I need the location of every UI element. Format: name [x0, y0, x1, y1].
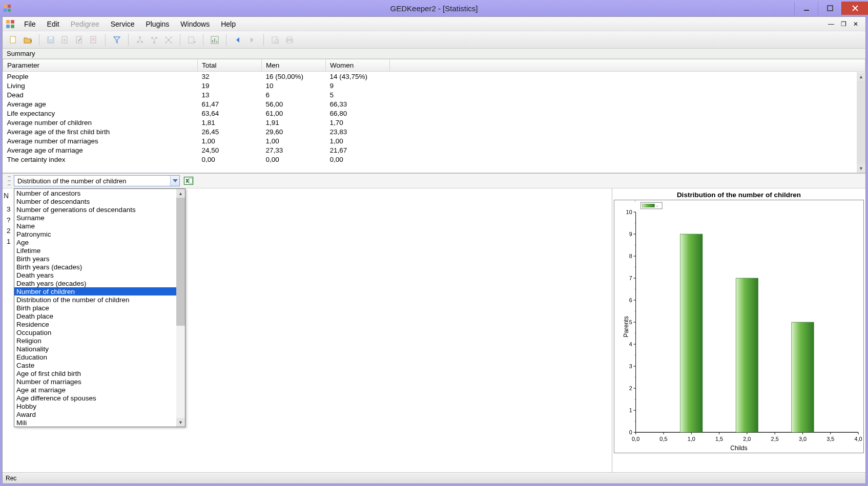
scroll-up-icon[interactable]: ▲: [857, 72, 865, 81]
summary-table-wrap: Parameter Total Men Women People3216 (50…: [3, 59, 865, 173]
menu-help[interactable]: Help: [216, 18, 241, 30]
scroll-thumb[interactable]: [176, 198, 185, 326]
table-row[interactable]: Dead1365: [3, 90, 865, 99]
edit-record-button[interactable]: [73, 33, 86, 47]
dropdown-option[interactable]: Age of first child birth: [14, 369, 185, 377]
dropdown-option[interactable]: Death years: [14, 271, 185, 279]
col-total[interactable]: Total: [198, 59, 262, 72]
dropdown-option[interactable]: Number of generations of descendants: [14, 205, 185, 214]
print-button[interactable]: [283, 33, 296, 47]
menu-service[interactable]: Service: [106, 18, 140, 30]
open-file-button[interactable]: [21, 33, 34, 47]
table-row[interactable]: Average age of the first child birth26,4…: [3, 127, 865, 136]
col-men[interactable]: Men: [262, 59, 326, 72]
svg-rect-107: [643, 204, 655, 207]
pedigree-dropdown-button[interactable]: [185, 33, 198, 47]
nav-back-button[interactable]: [231, 33, 244, 47]
svg-marker-37: [194, 41, 196, 43]
table-row[interactable]: Average age of marriage24,5027,3321,67: [3, 145, 865, 155]
dropdown-option[interactable]: Education: [14, 353, 185, 361]
svg-rect-1: [8, 5, 11, 8]
dropdown-option[interactable]: Mili: [14, 418, 185, 427]
dropdown-option[interactable]: Age at marriage: [14, 386, 185, 394]
status-text: Rec: [6, 475, 16, 482]
save-button[interactable]: [44, 33, 57, 47]
dropdown-option[interactable]: Surname: [14, 214, 185, 222]
dropdown-scrollbar[interactable]: ▲ ▼: [176, 189, 185, 427]
svg-rect-39: [212, 40, 213, 43]
mdi-minimize-button[interactable]: —: [826, 20, 836, 28]
dropdown-option[interactable]: Caste: [14, 361, 185, 369]
dropdown-option[interactable]: Patronymic: [14, 230, 185, 238]
dropdown-option[interactable]: Birth years: [14, 255, 185, 263]
svg-text:1,5: 1,5: [715, 436, 723, 442]
dropdown-option[interactable]: Birth years (decades): [14, 263, 185, 271]
svg-rect-9: [11, 20, 14, 24]
dropdown-option[interactable]: Nationality: [14, 345, 185, 353]
dropdown-option[interactable]: Number of descendants: [14, 197, 185, 205]
new-file-button[interactable]: [7, 33, 20, 47]
table-row[interactable]: Living19109: [3, 81, 865, 90]
table-row[interactable]: Average age61,4756,0066,33: [3, 99, 865, 109]
dropdown-option[interactable]: Number of children: [14, 287, 185, 295]
combobox-dropdown-button[interactable]: [170, 176, 179, 186]
svg-text:1: 1: [629, 407, 632, 413]
delete-record-button[interactable]: [87, 33, 100, 47]
dropdown-option[interactable]: Hobby: [14, 402, 185, 410]
dropdown-option[interactable]: Death place: [14, 312, 185, 320]
dropdown-option[interactable]: Distribution of the number of children: [14, 295, 185, 304]
menu-pedigree[interactable]: Pedigree: [66, 18, 105, 30]
dropdown-option[interactable]: Number of marriages: [14, 377, 185, 386]
maximize-button[interactable]: [818, 2, 841, 15]
scroll-thumb[interactable]: [857, 81, 865, 164]
scroll-up-icon[interactable]: ▲: [176, 189, 185, 198]
table-row[interactable]: Average number of marriages1,001,001,00: [3, 136, 865, 145]
mdi-restore-button[interactable]: ❐: [839, 20, 848, 28]
stats-button[interactable]: [208, 33, 221, 47]
nav-forward-button[interactable]: [245, 33, 259, 47]
dropdown-option[interactable]: Lifetime: [14, 246, 185, 255]
table-row[interactable]: People3216 (50,00%)14 (43,75%): [3, 72, 865, 81]
stat-type-combobox[interactable]: Distribution of the number of children: [14, 175, 180, 186]
svg-text:1,0: 1,0: [688, 436, 695, 442]
combo-row: Distribution of the number of children: [3, 174, 865, 188]
export-excel-button[interactable]: [183, 175, 194, 186]
table-row[interactable]: Life expectancy63,6461,0066,80: [3, 109, 865, 118]
minimize-button[interactable]: [794, 2, 818, 15]
col-women[interactable]: Women: [326, 59, 390, 72]
chevron-down-icon: [173, 179, 178, 182]
dropdown-option[interactable]: Birth place: [14, 304, 185, 312]
add-record-button[interactable]: [58, 33, 72, 47]
table-row[interactable]: The certainty index0,000,000,00: [3, 155, 865, 164]
dropdown-option[interactable]: Age: [14, 238, 185, 246]
dropdown-option[interactable]: Number of ancestors: [14, 189, 185, 197]
dropdown-option[interactable]: Religion: [14, 336, 185, 345]
tree-both-button[interactable]: [162, 33, 175, 47]
svg-rect-40: [214, 38, 215, 43]
summary-scrollbar[interactable]: ▲ ▼: [857, 72, 865, 173]
combobox-dropdown-list[interactable]: Number of ancestorsNumber of descendants…: [14, 188, 185, 427]
dropdown-option[interactable]: Name: [14, 222, 185, 230]
menu-edit[interactable]: Edit: [42, 18, 65, 30]
tree-descendants-button[interactable]: [148, 33, 161, 47]
tree-ancestors-button[interactable]: [133, 33, 147, 47]
svg-text:2,0: 2,0: [743, 436, 751, 442]
menu-windows[interactable]: Windows: [175, 18, 215, 30]
dropdown-option[interactable]: Occupation: [14, 328, 185, 336]
close-button[interactable]: [841, 2, 868, 15]
table-row[interactable]: Average number of children1,811,911,70: [3, 118, 865, 127]
menu-file[interactable]: File: [19, 18, 41, 30]
menu-plugins[interactable]: Plugins: [140, 18, 174, 30]
preview-button[interactable]: [268, 33, 282, 47]
scroll-down-icon[interactable]: ▼: [176, 418, 185, 427]
mdi-close-button[interactable]: ✕: [851, 20, 860, 28]
filter-button[interactable]: [110, 33, 123, 47]
chart-xlabel: Childs: [730, 445, 747, 452]
col-parameter[interactable]: Parameter: [3, 59, 198, 72]
dropdown-option[interactable]: Death years (decades): [14, 279, 185, 287]
dropdown-option[interactable]: Award: [14, 410, 185, 418]
dropdown-option[interactable]: Age difference of spouses: [14, 394, 185, 402]
scroll-down-icon[interactable]: ▼: [857, 164, 865, 173]
dropdown-option[interactable]: Residence: [14, 320, 185, 328]
svg-rect-8: [6, 20, 10, 24]
